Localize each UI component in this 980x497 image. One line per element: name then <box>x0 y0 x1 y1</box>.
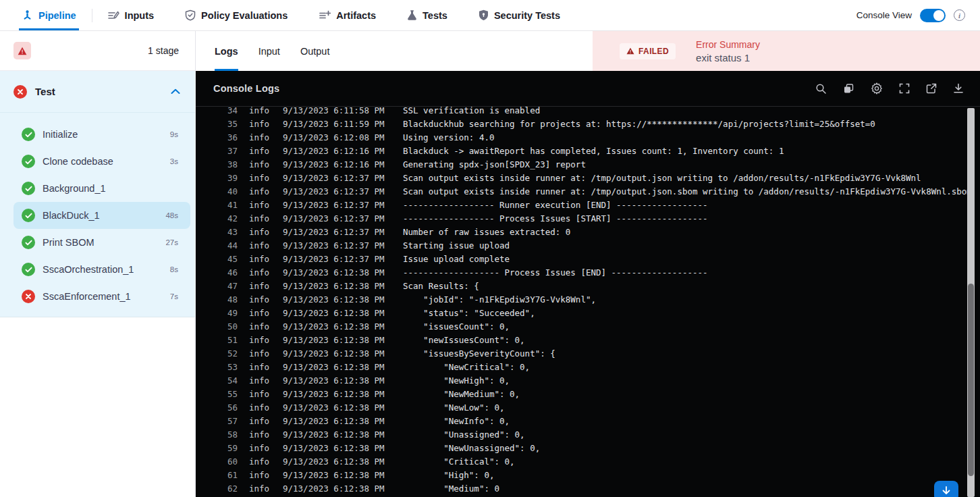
log-level: info <box>249 132 275 142</box>
log-message: Blackduck -> awaitReport has completed, … <box>403 146 784 156</box>
log-message: Starting issue upload <box>403 240 510 251</box>
log-message: "NewUnassigned": 0, <box>403 443 540 453</box>
log-message: "Unassigned": 0, <box>403 429 525 440</box>
step-clone-codebase[interactable]: Clone codebase3s <box>13 148 190 175</box>
step-detail-tabs: LogsInputOutput <box>196 31 593 71</box>
log-timestamp: 9/13/2023 6:12:38 PM <box>283 429 391 440</box>
log-line-number: 60 <box>221 456 238 467</box>
step-initialize[interactable]: Initialize9s <box>13 121 190 148</box>
fullscreen-icon[interactable] <box>899 83 910 94</box>
log-line-number: 55 <box>221 389 238 399</box>
failed-icon <box>22 290 35 303</box>
tab-logs[interactable]: Logs <box>215 31 238 71</box>
step-background-1[interactable]: Background_1 <box>13 175 190 202</box>
pipeline-execution-page: PipelineInputsPolicy EvaluationsArtifact… <box>0 0 980 497</box>
log-timestamp: 9/13/2023 6:12:38 PM <box>283 375 391 386</box>
tab-label: Security Tests <box>494 10 560 21</box>
download-icon[interactable] <box>953 83 964 94</box>
log-message: Blackduckhub searching for projects at: … <box>403 119 875 129</box>
top-tab-artifacts[interactable]: Artifacts <box>316 0 379 30</box>
step-label: SscaOrchestration_1 <box>43 264 134 275</box>
stage-header-test[interactable]: Test <box>0 71 195 113</box>
log-message: "Critical": 0, <box>403 456 515 467</box>
log-message: SSL verification is enabled <box>403 107 540 115</box>
log-line-number: 48 <box>221 294 238 305</box>
log-timestamp: 9/13/2023 6:12:16 PM <box>283 159 391 169</box>
console-logs-panel: Console Logs 34info9/13/2023 6:11:58 PMS… <box>196 71 980 497</box>
open-in-new-icon[interactable] <box>926 83 937 94</box>
scroll-to-bottom-button[interactable] <box>934 481 958 497</box>
log-level: info <box>249 348 275 359</box>
step-print-sbom[interactable]: Print SBOM27s <box>13 229 190 256</box>
log-line-number: 62 <box>221 483 238 494</box>
step-sscaorchestration-1[interactable]: SscaOrchestration_18s <box>13 256 190 283</box>
scrollbar-thumb[interactable] <box>968 284 974 476</box>
search-icon[interactable] <box>815 83 827 95</box>
log-timestamp: 9/13/2023 6:12:38 PM <box>283 348 391 359</box>
step-duration: 27s <box>165 238 178 246</box>
success-icon <box>22 263 35 276</box>
log-timestamp: 9/13/2023 6:12:38 PM <box>283 267 391 278</box>
log-line-number: 50 <box>221 321 238 332</box>
step-blackduck-1[interactable]: BlackDuck_148s <box>13 202 190 229</box>
log-line-number: 61 <box>221 470 238 480</box>
console-view-toggle[interactable] <box>920 9 946 22</box>
top-tab-tests[interactable]: Tests <box>404 0 450 30</box>
chevron-up-icon[interactable] <box>171 88 180 95</box>
settings-icon[interactable] <box>871 82 883 95</box>
console-title: Console Logs <box>213 83 279 94</box>
log-timestamp: 9/13/2023 6:12:38 PM <box>283 443 391 453</box>
success-icon <box>22 209 35 222</box>
log-level: info <box>249 200 275 210</box>
log-line-number: 56 <box>221 402 238 413</box>
log-line: 54info9/13/2023 6:12:38 PM "NewHigh": 0, <box>196 373 980 387</box>
info-icon[interactable]: i <box>954 9 965 21</box>
log-message: ------------------- Process Issues [END]… <box>403 267 708 278</box>
log-message: "issuesCount": 0, <box>403 321 510 332</box>
log-message: "issuesBySeverityCount": { <box>403 348 555 359</box>
step-label: Initialize <box>43 129 78 140</box>
log-level: info <box>249 456 275 467</box>
top-tab-security-tests[interactable]: Security Tests <box>476 0 563 30</box>
log-level: info <box>249 186 275 197</box>
top-tab-inputs[interactable]: Inputs <box>105 0 157 30</box>
log-line: 61info9/13/2023 6:12:38 PM "High": 0, <box>196 468 980 481</box>
console-log-viewport[interactable]: 34info9/13/2023 6:11:58 PMSSL verificati… <box>196 107 980 497</box>
step-sscaenforcement-1[interactable]: SscaEnforcement_17s <box>13 283 190 310</box>
log-line: 39info9/13/2023 6:12:37 PMScan output ex… <box>196 171 980 184</box>
log-line-number: 45 <box>221 254 238 264</box>
scrollbar[interactable] <box>967 108 975 497</box>
execution-sidebar: 1 stage Test Initialize9sClone codebase3… <box>0 31 196 497</box>
log-level: info <box>249 402 275 413</box>
log-line-number: 58 <box>221 429 238 440</box>
log-level: info <box>249 321 275 332</box>
log-level: info <box>249 416 275 426</box>
log-line: 51info9/13/2023 6:12:38 PM "newIssuesCou… <box>196 333 980 346</box>
copy-icon[interactable] <box>843 83 854 95</box>
log-message: Scan output exists inside runner at: /tm… <box>403 186 972 197</box>
log-line: 41info9/13/2023 6:12:37 PM--------------… <box>196 198 980 211</box>
log-line-number: 36 <box>221 132 238 142</box>
log-message: Number of raw issues extracted: 0 <box>403 227 570 237</box>
log-lines: 34info9/13/2023 6:11:58 PMSSL verificati… <box>196 107 980 495</box>
top-tab-pipeline[interactable]: Pipeline <box>19 0 79 30</box>
top-nav-tabs: PipelineInputsPolicy EvaluationsArtifact… <box>19 0 589 30</box>
log-line: 48info9/13/2023 6:12:38 PM "jobId": "-n1… <box>196 292 980 306</box>
tab-output[interactable]: Output <box>300 31 330 71</box>
step-label: Print SBOM <box>43 237 94 248</box>
step-duration: 3s <box>170 157 178 165</box>
log-timestamp: 9/13/2023 6:12:37 PM <box>283 254 391 264</box>
log-message: "status": "Succeeded", <box>403 308 535 318</box>
log-message: Scan Results: { <box>403 281 479 291</box>
log-line: 38info9/13/2023 6:12:16 PMGenerating spd… <box>196 157 980 171</box>
main-panel: LogsInputOutput FAILED Error Summary exi… <box>196 31 980 497</box>
log-timestamp: 9/13/2023 6:12:37 PM <box>283 200 391 210</box>
log-line-number: 44 <box>221 240 238 251</box>
log-line: 37info9/13/2023 6:12:16 PMBlackduck -> a… <box>196 144 980 157</box>
log-level: info <box>249 470 275 480</box>
security-icon <box>479 9 489 21</box>
top-tab-policy-evaluations[interactable]: Policy Evaluations <box>182 0 290 30</box>
success-icon <box>22 236 35 249</box>
top-nav-right: Console View i <box>856 0 980 30</box>
tab-input[interactable]: Input <box>258 31 280 71</box>
